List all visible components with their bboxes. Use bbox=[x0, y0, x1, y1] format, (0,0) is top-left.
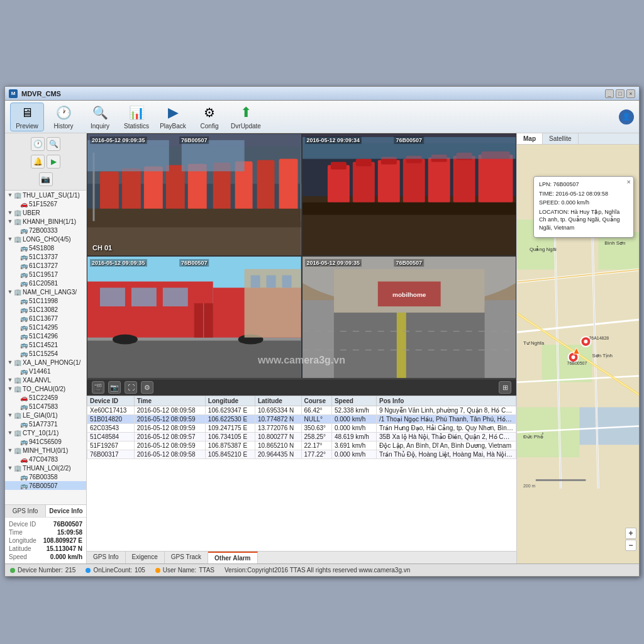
svg-text:Bình Sơn: Bình Sơn bbox=[604, 240, 625, 246]
tab-gps-info[interactable]: GPS Info bbox=[87, 552, 126, 564]
tree-item-xa-lan-phong[interactable]: ▼ 🏢 XA_LAN_PHONG(1/ bbox=[5, 358, 86, 367]
settings-button[interactable]: ⚙ bbox=[141, 381, 153, 394]
table-scroll[interactable]: Device ID Time Longitude Latitude Course… bbox=[87, 396, 516, 551]
tree-item-54s1808[interactable]: 🚌 54S1808 bbox=[5, 243, 86, 252]
time-value: 15:09:58 bbox=[57, 529, 82, 536]
col-course[interactable]: Course bbox=[301, 396, 331, 406]
cell-time: 2016-05-12 08:09:59 bbox=[134, 424, 205, 433]
table-row[interactable]: 51C48584 2016-05-12 08:09:57 106.734105 … bbox=[87, 433, 516, 441]
tree-item-khanh-binh[interactable]: ▼ 🏢 KHANH_BINH(1/1) bbox=[5, 217, 86, 226]
tree-item-v14461[interactable]: 🚌 V14461 bbox=[5, 367, 86, 375]
tree-item-51c47583[interactable]: 🚌 51C47583 bbox=[5, 402, 86, 411]
tree-item-51c19517[interactable]: 🚌 51C19517 bbox=[5, 270, 86, 279]
tree-item-61c13727[interactable]: 🚌 61C13727 bbox=[5, 261, 86, 270]
popup-lpn: LPN: 76B00507 bbox=[539, 180, 628, 189]
cell-course: 177.22° bbox=[301, 450, 331, 459]
fullscreen-button[interactable]: ⛶ bbox=[125, 381, 137, 394]
camera-cell-1[interactable]: 2016-05-12 09:09:35 76B00507 CH 01 bbox=[87, 133, 302, 256]
sidebar-tab-gps-info[interactable]: GPS Info bbox=[5, 505, 46, 517]
camera-feed-1: 2016-05-12 09:09:35 76B00507 CH 01 bbox=[87, 134, 301, 255]
toolbar-config[interactable]: ⚙ Config bbox=[192, 103, 226, 131]
tree-item-to-chau[interactable]: ▼ 🏢 TO_CHAU(0/2) bbox=[5, 384, 86, 393]
tree-item-xalanvl[interactable]: ▼ 🏢 XALANVL bbox=[5, 375, 86, 384]
tree-item-47c04783[interactable]: 🚗 47C04783 bbox=[5, 455, 86, 464]
map-tab-satellite[interactable]: Satellite bbox=[543, 133, 579, 144]
camera-cell-2[interactable]: 2016-05-12 09:09:34 76B00507 bbox=[302, 133, 517, 256]
tree-item-76b00358[interactable]: 🚌 76B00358 bbox=[5, 472, 86, 481]
sidebar-search-btn[interactable]: 🔍 bbox=[47, 137, 60, 151]
map-popup-close[interactable]: × bbox=[627, 178, 631, 186]
version-text: Version:Copyright2016 TTAS All rights re… bbox=[225, 567, 410, 574]
col-longitude[interactable]: Longitude bbox=[205, 396, 255, 406]
cell-pos-info: 9 Nguyễn Văn Linh, phường 7, Quận 8, Hồ … bbox=[376, 406, 516, 415]
capture-button[interactable]: 📷 bbox=[108, 381, 121, 394]
tree-item-uber[interactable]: ▼ 🏢 UBER bbox=[5, 208, 86, 217]
tree-item-thu-luat[interactable]: ▼ 🏢 THU_LUAT_SU(1/1) bbox=[5, 191, 86, 199]
tree-item-long-cho[interactable]: ▼ 🏢 LONG_CHO(4/5) bbox=[5, 235, 86, 243]
cell-latitude: 10.774872 N bbox=[255, 415, 301, 424]
tree-item-51c13737[interactable]: 🚌 51C13737 bbox=[5, 252, 86, 261]
status-dot-orange bbox=[155, 568, 160, 573]
cell-speed: 0.000 km/h bbox=[331, 415, 376, 424]
zoom-in-button[interactable]: + bbox=[625, 528, 636, 539]
col-speed[interactable]: Speed bbox=[331, 396, 376, 406]
tree-item-72b00333[interactable]: 🚌 72B00333 bbox=[5, 226, 86, 235]
record-button[interactable]: 🎬 bbox=[92, 381, 104, 394]
toolbar-statistics[interactable]: 📊 Statistics bbox=[119, 103, 153, 131]
table-row[interactable]: 51B014820 2016-05-12 08:09:59 106.622530… bbox=[87, 415, 516, 424]
table-row[interactable]: 76B00317 2016-05-12 08:09:58 105.845210 … bbox=[87, 450, 516, 459]
tree-item-61c20581[interactable]: 🚌 61C20581 bbox=[5, 279, 86, 287]
map-tab-map[interactable]: Map bbox=[517, 133, 543, 144]
sidebar-tree[interactable]: ▼ 🏢 THU_LUAT_SU(1/1) 🚗 51F15267 ▼ 🏢 UBER bbox=[5, 191, 86, 504]
toolbar-preview[interactable]: 🖥 Preview bbox=[10, 103, 44, 131]
col-device-id[interactable]: Device ID bbox=[87, 396, 135, 406]
tree-item-51a77371[interactable]: 🚌 51A77371 bbox=[5, 419, 86, 428]
toolbar-history[interactable]: 🕐 History bbox=[47, 103, 80, 131]
tree-item-51c15254[interactable]: 🚌 51C15254 bbox=[5, 349, 86, 358]
tree-item-51c13082[interactable]: 🚌 51C13082 bbox=[5, 305, 86, 314]
toolbar-playback[interactable]: ▶ PlayBack bbox=[156, 103, 190, 131]
tree-item-76b00507[interactable]: 🚌 76B00507 bbox=[5, 481, 86, 490]
sidebar-tab-device-info[interactable]: Device Info bbox=[46, 505, 86, 517]
toolbar-dvrupdate[interactable]: ⬆ DvrUpdate bbox=[229, 103, 263, 131]
tab-other-alarm[interactable]: Other Alarm bbox=[208, 552, 257, 564]
tree-item-941c56509[interactable]: 🚌 941C56509 bbox=[5, 437, 86, 446]
table-row[interactable]: Xe60C17413 2016-05-12 08:09:58 106.62934… bbox=[87, 406, 516, 415]
tree-item-51c14521[interactable]: 🚌 51C14521 bbox=[5, 340, 86, 349]
tab-exigence[interactable]: Exigence bbox=[126, 552, 165, 564]
table-row[interactable]: 51F19267 2016-05-12 08:09:59 106.875387 … bbox=[87, 441, 516, 450]
close-button[interactable]: × bbox=[626, 89, 635, 98]
tree-item-51c11998[interactable]: 🚌 51C11998 bbox=[5, 296, 86, 305]
sidebar-alarm-btn[interactable]: 🔔 bbox=[31, 155, 45, 169]
minimize-button[interactable]: _ bbox=[605, 89, 614, 98]
tree-item-51c14295[interactable]: 🚌 51C14295 bbox=[5, 323, 86, 331]
map-view[interactable]: Quảng Ngãi Bình Sơn Tư Nghĩa Sơn Tịnh Đứ… bbox=[517, 145, 639, 564]
sidebar-clock-btn[interactable]: 🕐 bbox=[31, 137, 45, 151]
col-pos-info[interactable]: Pos Info bbox=[376, 396, 516, 406]
latitude-label: Latitude bbox=[9, 545, 31, 552]
tree-item-cty10[interactable]: ▼ 🏢 CTY_10(1/1) bbox=[5, 428, 86, 437]
tab-gps-track[interactable]: GPS Track bbox=[165, 552, 208, 564]
sidebar-camera-btn[interactable]: 📷 bbox=[39, 172, 53, 186]
toolbar-inquiry[interactable]: 🔍 Inquiry bbox=[83, 103, 117, 131]
longitude-label: Longitude bbox=[9, 537, 36, 544]
grid-layout-button[interactable]: ⊞ bbox=[499, 381, 511, 394]
tree-item-le-gia[interactable]: ▼ 🏢 LE_GIA(0/1) bbox=[5, 411, 86, 419]
tree-item-minh-thu[interactable]: ▼ 🏢 MINH_THU(0/1) bbox=[5, 446, 86, 455]
svg-rect-13 bbox=[87, 209, 301, 228]
col-time[interactable]: Time bbox=[134, 396, 205, 406]
tree-item-51f15267[interactable]: 🚗 51F15267 bbox=[5, 199, 86, 208]
col-latitude[interactable]: Latitude bbox=[255, 396, 301, 406]
tree-item-thuan-loi[interactable]: ▼ 🏢 THUAN_LOI(2/2) bbox=[5, 464, 86, 472]
app-logo: M bbox=[9, 89, 18, 98]
user-avatar[interactable]: 👤 bbox=[619, 109, 634, 125]
tree-item-51c22459[interactable]: 🚗 51C22459 bbox=[5, 393, 86, 402]
table-row[interactable]: 62C03543 2016-05-12 08:09:59 109.247175 … bbox=[87, 424, 516, 433]
sidebar-play-btn[interactable]: ▶ bbox=[47, 155, 60, 169]
tree-item-51c14296[interactable]: 🚌 51C14296 bbox=[5, 331, 86, 340]
tree-item-61c13677[interactable]: 🚌 61C13677 bbox=[5, 314, 86, 323]
zoom-out-button[interactable]: − bbox=[625, 540, 636, 551]
maximize-button[interactable]: □ bbox=[616, 89, 625, 98]
tree-item-nam-chi-lang[interactable]: ▼ 🏢 NAM_CHI_LANG3/ bbox=[5, 287, 86, 296]
cell-speed: 3.691 km/h bbox=[331, 441, 376, 450]
